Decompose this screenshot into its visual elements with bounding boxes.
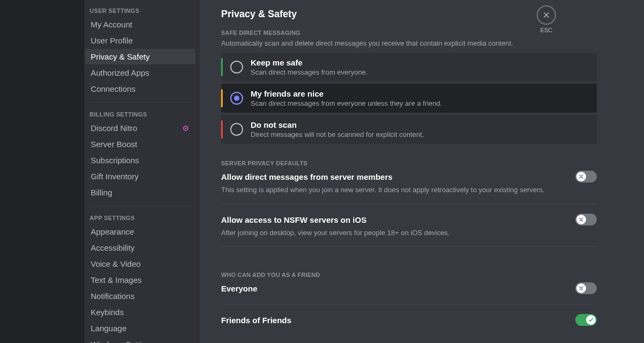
server-privacy-header: SERVER PRIVACY DEFAULTS — [221, 160, 597, 166]
sidebar-item-label: Discord Nitro — [91, 123, 137, 133]
sidebar-item[interactable]: Keybinds — [85, 304, 195, 320]
sidebar-section-header: BILLING SETTINGS — [84, 108, 200, 120]
setting-divider — [221, 203, 597, 204]
sidebar-item[interactable]: Notifications — [85, 288, 195, 304]
setting-divider — [221, 304, 597, 304]
nitro-icon — [181, 124, 190, 133]
sidebar-item[interactable]: Billing — [85, 185, 195, 200]
sidebar-item[interactable]: Privacy & Safety — [85, 49, 195, 64]
setting-title: Allow direct messages from server member… — [221, 172, 392, 181]
toggle-switch[interactable] — [575, 171, 597, 183]
sidebar-item-label: Privacy & Safety — [91, 52, 150, 61]
safe-dm-option[interactable]: Keep me safeScan direct messages from ev… — [221, 53, 597, 82]
close-button[interactable]: ESC — [537, 5, 556, 33]
radio-icon — [230, 92, 243, 105]
safe-dm-desc: Automatically scan and delete direct mes… — [221, 39, 597, 47]
toggle-switch[interactable] — [575, 282, 597, 294]
sidebar-item[interactable]: Voice & Video — [85, 256, 195, 272]
close-icon — [537, 5, 556, 25]
sidebar-item[interactable]: My Account — [85, 17, 195, 32]
sidebar-item[interactable]: Language — [85, 320, 195, 336]
setting-title: Everyone — [221, 284, 258, 293]
sidebar-item[interactable]: Appearance — [85, 224, 195, 239]
sidebar-item-label: Connections — [91, 84, 135, 93]
sidebar-item-label: Gift Inventory — [91, 172, 138, 181]
sidebar-item[interactable]: Gift Inventory — [85, 169, 195, 184]
friend-add-group: EveryoneFriends of Friends — [221, 282, 597, 326]
sidebar-item[interactable]: Text & Images — [85, 272, 195, 288]
sidebar-item-label: Authorized Apps — [91, 68, 149, 77]
sidebar-item-label: Voice & Video — [91, 259, 141, 268]
option-subtitle: Direct messages will not be scanned for … — [251, 130, 424, 138]
sidebar-item[interactable]: Authorized Apps — [85, 65, 195, 81]
sidebar-item[interactable]: User Profile — [85, 33, 195, 48]
sidebar-item[interactable]: Connections — [85, 81, 195, 97]
sidebar-item-label: Text & Images — [91, 275, 142, 284]
sidebar-item-label: Subscriptions — [91, 156, 139, 165]
sidebar-divider — [90, 102, 194, 103]
option-color-bar — [221, 58, 223, 76]
x-icon — [576, 283, 586, 293]
option-color-bar — [221, 89, 223, 107]
sidebar-item[interactable]: Subscriptions — [85, 152, 195, 168]
safe-dm-option[interactable]: My friends are niceScan direct messages … — [221, 84, 597, 113]
safe-dm-radio-group: Keep me safeScan direct messages from ev… — [221, 53, 597, 144]
setting-row: Allow direct messages from server member… — [221, 171, 597, 183]
sidebar-item-label: Notifications — [91, 291, 135, 301]
sidebar-item-label: Billing — [91, 188, 112, 197]
x-icon — [576, 172, 586, 181]
safe-dm-option[interactable]: Do not scanDirect messages will not be s… — [221, 115, 597, 144]
sidebar-divider — [90, 206, 194, 206]
friend-add-header: WHO CAN ADD YOU AS A FRIEND — [221, 272, 597, 278]
sidebar-item-label: Keybinds — [91, 308, 124, 317]
radio-icon — [230, 123, 243, 136]
setting-desc: This setting is applied when you join a … — [221, 186, 597, 194]
sidebar-item-label: Server Boost — [91, 140, 137, 149]
setting-title: Allow access to NSFW servers on iOS — [221, 215, 367, 224]
option-title: Keep me safe — [251, 58, 368, 67]
main-panel: ESC Privacy & Safety SAFE DIRECT MESSAGI… — [200, 0, 644, 343]
sidebar-item[interactable]: Discord Nitro — [85, 120, 195, 136]
radio-icon — [230, 61, 243, 74]
setting-row: Friends of Friends — [221, 314, 597, 326]
setting-row: Everyone — [221, 282, 597, 294]
sidebar-item-label: User Profile — [91, 36, 133, 45]
sidebar-section-header: USER SETTINGS — [84, 4, 200, 16]
sidebar-item[interactable]: Windows Settings — [85, 337, 195, 343]
setting-desc: After joining on desktop, view your serv… — [221, 229, 597, 237]
sidebar-section-header: APP SETTINGS — [84, 211, 200, 223]
sidebar-item-label: My Account — [91, 20, 133, 29]
setting-title: Friends of Friends — [221, 316, 291, 325]
option-title: Do not scan — [251, 120, 424, 129]
sidebar-item[interactable]: Accessibility — [85, 240, 195, 256]
setting-divider — [221, 246, 597, 247]
svg-point-1 — [185, 127, 187, 129]
sidebar-item-label: Language — [91, 324, 127, 333]
sidebar-item-label: Accessibility — [91, 243, 135, 252]
option-title: My friends are nice — [251, 89, 442, 98]
option-color-bar — [221, 120, 223, 138]
check-icon — [586, 315, 596, 325]
sidebar-item-label: Appearance — [91, 227, 134, 236]
x-icon — [576, 215, 586, 224]
sidebar-item[interactable]: Server Boost — [85, 136, 195, 152]
option-subtitle: Scan direct messages from everyone. — [251, 68, 368, 76]
setting-row: Allow access to NSFW servers on iOS — [221, 214, 597, 225]
sidebar-item-label: Windows Settings — [91, 340, 155, 343]
option-subtitle: Scan direct messages from everyone unles… — [251, 99, 442, 107]
left-gutter — [0, 0, 84, 343]
server-privacy-group: Allow direct messages from server member… — [221, 171, 597, 247]
settings-sidebar: USER SETTINGSMy AccountUser ProfilePriva… — [84, 0, 200, 343]
toggle-switch[interactable] — [575, 314, 597, 326]
toggle-switch[interactable] — [575, 214, 597, 225]
close-label: ESC — [540, 27, 553, 33]
